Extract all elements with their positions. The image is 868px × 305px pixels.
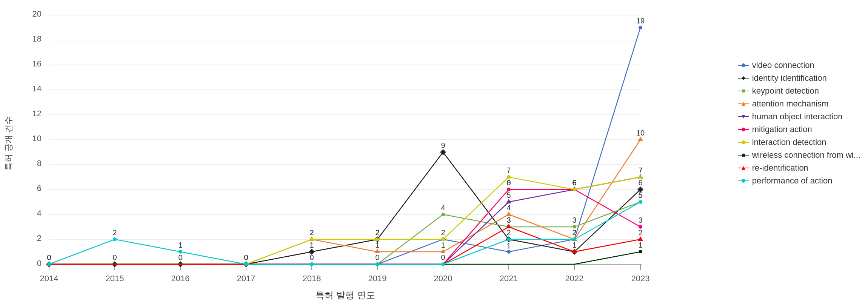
svg-text:3: 3	[506, 216, 511, 224]
svg-text:1: 1	[309, 241, 314, 249]
line-identity-identification	[49, 152, 640, 264]
legend-icon-wireless	[738, 152, 749, 158]
y-axis-label: 특허 공개 건수	[4, 116, 13, 171]
svg-text:2022: 2022	[565, 274, 584, 283]
svg-text:0: 0	[244, 253, 248, 262]
point-intdetect-2023	[639, 175, 642, 179]
svg-text:3: 3	[638, 216, 642, 224]
svg-text:2016: 2016	[171, 274, 190, 283]
legend-item-identity: identity identification	[738, 73, 860, 83]
svg-point-110	[742, 179, 745, 183]
svg-text:2: 2	[638, 228, 642, 237]
line-keypoint-detection	[49, 202, 640, 264]
svg-text:2: 2	[112, 228, 117, 237]
svg-text:0: 0	[375, 253, 379, 262]
legend-icon-attention	[738, 101, 749, 106]
svg-rect-106	[742, 154, 745, 157]
legend-label-identity: identity identification	[752, 73, 827, 83]
svg-text:2: 2	[375, 228, 379, 237]
svg-text:2: 2	[309, 228, 314, 237]
x-axis-label: 특허 발행 연도	[315, 290, 375, 300]
point-perf-2017	[244, 262, 248, 266]
point-intdetect-2019	[376, 237, 379, 241]
svg-text:2020: 2020	[434, 274, 452, 283]
legend-item-attention: attention mechanism	[738, 99, 860, 109]
legend-label-intdetect: interaction detection	[752, 137, 826, 147]
legend-icon-mitigation	[738, 127, 749, 132]
svg-text:0: 0	[309, 253, 314, 262]
point-perf-2015	[113, 237, 117, 241]
legend-label-keypoint: keypoint detection	[752, 86, 819, 96]
svg-text:0: 0	[47, 253, 51, 262]
svg-text:4: 4	[37, 208, 42, 218]
point-wireless-2023	[639, 250, 642, 253]
svg-text:7: 7	[506, 166, 511, 174]
svg-text:1: 1	[638, 241, 642, 249]
legend-icon-keypoint	[738, 88, 749, 94]
line-chart: 특허 공개 건수 0 2 4 6 8 10 12 14 16 18	[0, 0, 736, 305]
svg-text:1: 1	[506, 242, 511, 250]
svg-text:18: 18	[32, 34, 42, 43]
point-video-connection-2021	[507, 250, 511, 254]
svg-text:2: 2	[506, 228, 511, 237]
legend-icon-intdetect	[738, 140, 749, 145]
point-perf-2020	[441, 262, 445, 266]
legend-icon-hoi	[738, 114, 749, 119]
svg-text:2018: 2018	[303, 274, 321, 283]
chart-container: 특허 공개 건수 0 2 4 6 8 10 12 14 16 18	[0, 0, 868, 305]
legend-item-wireless: wireless connection from wi...	[738, 150, 860, 160]
line-attention-mechanism	[49, 140, 640, 264]
svg-text:6: 6	[638, 179, 642, 187]
svg-text:1: 1	[441, 241, 445, 249]
line-wireless	[49, 252, 640, 264]
svg-text:12: 12	[32, 109, 42, 118]
legend-item-keypoint: keypoint detection	[738, 86, 860, 96]
svg-point-92	[742, 63, 745, 67]
svg-text:1: 1	[178, 241, 182, 249]
legend-label-video-connection: video connection	[752, 60, 814, 70]
legend-label-performance: performance of action	[752, 176, 833, 186]
legend-item-hoi: human object interaction	[738, 112, 860, 122]
svg-text:0: 0	[37, 259, 42, 268]
svg-text:6: 6	[572, 179, 576, 187]
svg-text:19: 19	[636, 17, 645, 25]
svg-text:2023: 2023	[631, 274, 650, 283]
legend-item-intdetect: interaction detection	[738, 137, 860, 147]
svg-text:0: 0	[506, 179, 511, 187]
svg-text:10: 10	[636, 129, 645, 137]
svg-text:2: 2	[441, 228, 445, 237]
point-attention-2021	[506, 211, 511, 216]
svg-text:0: 0	[441, 253, 445, 262]
legend-item-mitigation: mitigation action	[738, 125, 860, 134]
svg-text:2014: 2014	[40, 274, 58, 283]
legend-item-video-connection: video connection	[738, 60, 860, 70]
legend-item-reid: re-identification	[738, 163, 860, 173]
svg-text:20: 20	[32, 9, 42, 18]
point-perf-2018	[310, 262, 314, 266]
svg-text:2021: 2021	[500, 274, 518, 283]
point-perf-2019	[376, 262, 379, 266]
point-keypoint-2022	[573, 225, 576, 228]
legend-label-attention: attention mechanism	[752, 99, 829, 109]
point-intdetect-2022	[573, 188, 576, 191]
legend-icon-reid	[738, 165, 749, 171]
legend-icon-video-connection	[738, 63, 749, 68]
svg-text:2: 2	[37, 233, 42, 243]
svg-text:2017: 2017	[237, 274, 255, 283]
svg-rect-96	[742, 89, 745, 92]
chart-legend: video connection identity identification…	[738, 60, 860, 186]
svg-marker-94	[742, 76, 745, 80]
line-video-connection	[49, 28, 640, 264]
line-human-object	[49, 177, 640, 264]
point-perf-2021	[507, 237, 511, 241]
svg-text:1: 1	[375, 241, 379, 249]
svg-text:0: 0	[178, 253, 182, 262]
legend-label-reid: re-identification	[752, 163, 808, 173]
svg-text:4: 4	[506, 203, 511, 212]
line-interaction-detection	[49, 177, 640, 264]
svg-text:2015: 2015	[106, 274, 124, 283]
line-performance	[49, 202, 640, 264]
point-intdetect-2020	[441, 237, 445, 241]
svg-point-104	[742, 140, 745, 144]
point-attention-2023	[638, 137, 643, 141]
